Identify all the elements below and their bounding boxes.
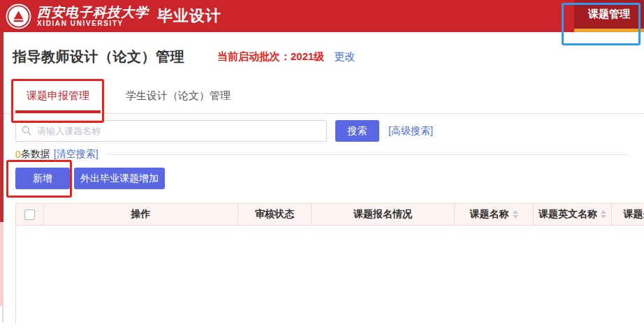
search-box (15, 120, 327, 142)
page-head: 指导教师设计（论文）管理 当前启动批次：2021级 更改 (13, 47, 644, 66)
sort-asc-icon (601, 210, 606, 214)
column-header-registration-status: 课题报名情况 (312, 204, 455, 225)
search-input[interactable] (15, 120, 327, 142)
tab-student-design-management[interactable]: 学生设计（论文）管理 (115, 82, 242, 113)
sort-desc-icon (601, 215, 606, 219)
nav-item-topic-management[interactable]: 课题管理 (574, 0, 644, 32)
actions-row: 新增 外出毕业课题增加 (15, 168, 644, 189)
sort-icon[interactable] (601, 210, 606, 219)
table-header-select (16, 204, 44, 225)
column-header-topic-english-name[interactable]: 课题英文名称 (534, 204, 612, 225)
divider-line (107, 154, 629, 155)
result-count: 0 (15, 149, 21, 160)
column-header-review-status: 审核状态 (238, 204, 312, 225)
app-title: 毕业设计 (157, 6, 221, 27)
tab-bar: 课题申报管理 学生设计（论文）管理 (0, 82, 644, 114)
left-edge-strip-red (0, 32, 3, 222)
app-header: 西安电子科技大学 XIDIAN UNIVERSITY 毕业设计 课题管理 (0, 0, 644, 32)
table-header-row: 操作 审核状态 课题报名情况 课题名称 课题英文名称 课题来源 (15, 203, 644, 226)
university-name-cn: 西安电子科技大学 (37, 6, 149, 19)
column-header-operations: 操作 (44, 204, 238, 225)
nav-item-topic-management-label: 课题管理 (588, 8, 630, 21)
brand: 西安电子科技大学 XIDIAN UNIVERSITY 毕业设计 (0, 3, 221, 30)
column-header-topic-source: 课题来源 (612, 204, 644, 225)
university-name: 西安电子科技大学 XIDIAN UNIVERSITY (37, 6, 149, 27)
search-button[interactable]: 搜索 (335, 120, 379, 142)
university-logo-icon (5, 3, 32, 30)
search-row: 搜索 [高级搜索] (15, 120, 644, 142)
left-edge-strip-pink (0, 222, 3, 306)
select-all-checkbox[interactable] (24, 209, 35, 220)
current-batch: 当前启动批次：2021级 (217, 50, 324, 64)
column-header-topic-name[interactable]: 课题名称 (455, 204, 534, 225)
sort-desc-icon (513, 215, 518, 219)
tab-topic-application-management[interactable]: 课题申报管理 (15, 82, 101, 113)
add-topic-button[interactable]: 新增 (15, 168, 70, 189)
sort-asc-icon (513, 210, 518, 214)
page-title: 指导教师设计（论文）管理 (13, 47, 184, 66)
results-info-row: 0 条数据 [清空搜索] (15, 147, 629, 161)
change-batch-link[interactable]: 更改 (334, 50, 355, 64)
column-header-topic-english-name-label: 课题英文名称 (539, 208, 597, 221)
table-left-border (15, 226, 16, 323)
advanced-search-link[interactable]: [高级搜索] (388, 125, 433, 138)
app-window: 西安电子科技大学 XIDIAN UNIVERSITY 毕业设计 课题管理 指导教… (0, 0, 644, 331)
clear-search-link[interactable]: [清空搜索] (54, 148, 98, 161)
topics-table: 操作 审核状态 课题报名情况 课题名称 课题英文名称 课题来源 (15, 203, 644, 226)
search-icon (22, 126, 31, 135)
add-external-topic-button[interactable]: 外出毕业课题增加 (74, 168, 165, 189)
university-name-en: XIDIAN UNIVERSITY (37, 20, 149, 27)
current-batch-value: 2021级 (291, 50, 324, 62)
sort-icon[interactable] (513, 210, 518, 219)
current-batch-label: 当前启动批次： (217, 50, 291, 62)
column-header-topic-name-label: 课题名称 (470, 208, 509, 221)
left-edge-strip-gray (2, 306, 3, 323)
result-count-suffix: 条数据 (21, 148, 50, 161)
